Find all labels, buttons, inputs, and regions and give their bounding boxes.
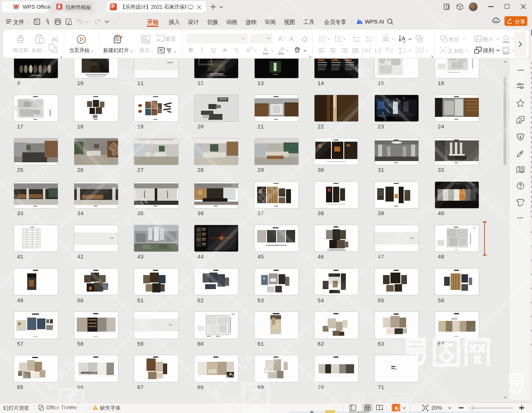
svg-text:A: A bbox=[442, 48, 445, 53]
svg-text:A: A bbox=[402, 35, 406, 42]
